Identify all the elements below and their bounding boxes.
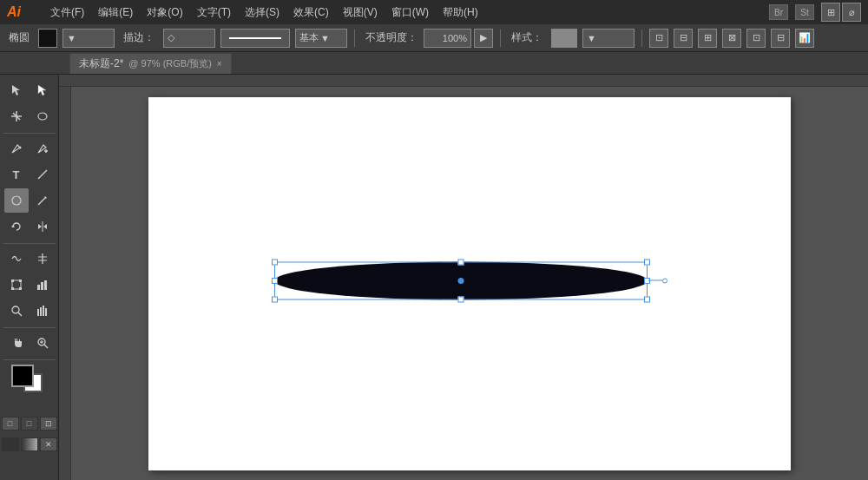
- menu-help[interactable]: 帮助(H): [437, 3, 483, 22]
- fill-icon[interactable]: [2, 437, 19, 451]
- tab-subtitle: @ 97% (RGB/预览): [128, 57, 212, 70]
- free-transform-tool[interactable]: [4, 273, 29, 297]
- svg-point-39: [458, 278, 464, 284]
- foreground-color[interactable]: [11, 365, 34, 387]
- tool-row-warp: [4, 247, 55, 271]
- align-icon-4[interactable]: ⊠: [722, 29, 741, 48]
- svg-rect-33: [45, 308, 47, 316]
- title-right-icons: Br St ⊞ ⌀: [769, 3, 861, 22]
- align-icon-2[interactable]: ⊟: [674, 29, 693, 48]
- svg-point-5: [38, 113, 47, 120]
- pen-tool[interactable]: [4, 136, 29, 161]
- chart-icon[interactable]: 📊: [795, 29, 814, 48]
- add-anchor-tool[interactable]: [30, 136, 55, 161]
- extra-mode-icons: ✕: [2, 437, 57, 451]
- menu-effect[interactable]: 效果(C): [288, 3, 334, 22]
- options-toolbar: 椭圆 ▼ 描边： ◇ 基本▼ 不透明度： 100% ▶ 样式： ▼ ⊡ ⊟ ⊞ …: [0, 24, 868, 52]
- svg-point-10: [12, 196, 21, 205]
- artboard: [148, 97, 791, 470]
- gradient-icon[interactable]: [21, 437, 38, 451]
- svg-rect-30: [37, 309, 39, 316]
- svg-rect-21: [11, 279, 14, 282]
- svg-line-29: [18, 312, 22, 316]
- antenna-icon[interactable]: ⌀: [842, 3, 861, 22]
- select-tool[interactable]: [4, 78, 29, 102]
- menu-text[interactable]: 文字(T): [192, 3, 236, 22]
- menu-edit[interactable]: 编辑(E): [93, 3, 138, 22]
- align-icon-1[interactable]: ⊡: [649, 29, 668, 48]
- reflect-tool[interactable]: [30, 214, 55, 239]
- bar-chart-tool[interactable]: [30, 299, 55, 323]
- lasso-tool[interactable]: [30, 104, 55, 128]
- document-tab[interactable]: 未标题-2* @ 97% (RGB/预览) ×: [69, 53, 232, 74]
- align-icon-5[interactable]: ⊡: [746, 29, 766, 48]
- tool-sep-4: [3, 359, 56, 360]
- menu-file[interactable]: 文件(F): [45, 3, 89, 22]
- toolbar-separator-1: [354, 30, 355, 47]
- width-tool[interactable]: [30, 247, 55, 271]
- style-label: 样式：: [508, 30, 546, 45]
- type-tool[interactable]: T: [4, 162, 29, 187]
- menu-view[interactable]: 视图(V): [338, 3, 383, 22]
- stroke-style-dropdown[interactable]: 基本▼: [295, 29, 347, 48]
- magic-wand-tool[interactable]: [4, 104, 29, 128]
- opacity-expand-icon[interactable]: ▶: [474, 29, 493, 48]
- line-tool[interactable]: [30, 162, 55, 187]
- menu-select[interactable]: 选择(S): [240, 3, 285, 22]
- stroke-width-input[interactable]: ◇: [163, 29, 215, 48]
- pencil-tool[interactable]: [30, 188, 55, 213]
- mode-icons: □ □ ⊡: [2, 417, 57, 431]
- shape-type-label: 椭圆: [5, 30, 33, 45]
- svg-line-11: [38, 198, 45, 205]
- stock-button[interactable]: St: [795, 4, 814, 20]
- bridge-button[interactable]: Br: [769, 4, 788, 20]
- fill-dropdown[interactable]: ▼: [62, 29, 115, 48]
- tool-sep-3: [3, 327, 56, 328]
- align-icon-3[interactable]: ⊞: [698, 29, 717, 48]
- svg-rect-26: [41, 282, 43, 290]
- toolbar-separator-2: [500, 30, 501, 47]
- toolbar-separator-3: [641, 30, 642, 47]
- direct-select-tool[interactable]: [30, 78, 55, 102]
- warp-tool[interactable]: [4, 247, 29, 271]
- menu-object[interactable]: 对象(O): [141, 3, 187, 22]
- tool-row-shape: [4, 188, 55, 213]
- opacity-label: 不透明度：: [362, 30, 421, 45]
- svg-rect-27: [44, 280, 47, 290]
- zoom-in-tool[interactable]: [30, 331, 55, 355]
- svg-rect-22: [19, 279, 22, 282]
- ellipse-container[interactable]: [270, 250, 669, 311]
- opacity-input[interactable]: 100%: [424, 29, 471, 48]
- menu-window[interactable]: 窗口(W): [386, 3, 434, 22]
- rotate-tool[interactable]: [4, 214, 29, 239]
- svg-rect-24: [19, 287, 22, 290]
- tab-bar: 未标题-2* @ 97% (RGB/预览) ×: [0, 52, 868, 75]
- tab-close-button[interactable]: ×: [217, 59, 222, 69]
- tool-sep-2: [3, 243, 56, 244]
- grid-icon[interactable]: ⊞: [821, 3, 840, 22]
- ai-logo: Ai: [7, 4, 35, 20]
- tool-row-hand: [4, 331, 55, 355]
- tools-panel: T: [0, 75, 59, 480]
- quick-mask-icon[interactable]: □: [21, 417, 38, 431]
- style-dropdown[interactable]: ▼: [582, 29, 635, 48]
- pattern-icon[interactable]: ✕: [40, 437, 57, 451]
- left-ruler: [59, 87, 71, 480]
- hand-tool[interactable]: [4, 331, 29, 355]
- normal-mode-icon[interactable]: □: [2, 417, 19, 431]
- tool-row-type: T: [4, 162, 55, 187]
- stroke-style-preview[interactable]: [220, 29, 290, 48]
- zoom-tool[interactable]: [4, 299, 29, 323]
- ellipse-tool[interactable]: [4, 188, 29, 213]
- tool-sep-1: [3, 133, 56, 134]
- chart-tool[interactable]: [30, 273, 55, 297]
- svg-marker-13: [11, 225, 15, 227]
- fill-color-swatch[interactable]: [38, 29, 57, 48]
- artboard-mode-icon[interactable]: ⊡: [40, 417, 57, 431]
- align-icon-6[interactable]: ⊟: [771, 29, 790, 48]
- style-swatch[interactable]: [551, 29, 577, 48]
- stroke-label: 描边：: [120, 30, 158, 45]
- tool-row-graph: [4, 273, 55, 297]
- menubar: 文件(F) 编辑(E) 对象(O) 文字(T) 选择(S) 效果(C) 视图(V…: [45, 3, 483, 22]
- svg-line-9: [38, 170, 47, 179]
